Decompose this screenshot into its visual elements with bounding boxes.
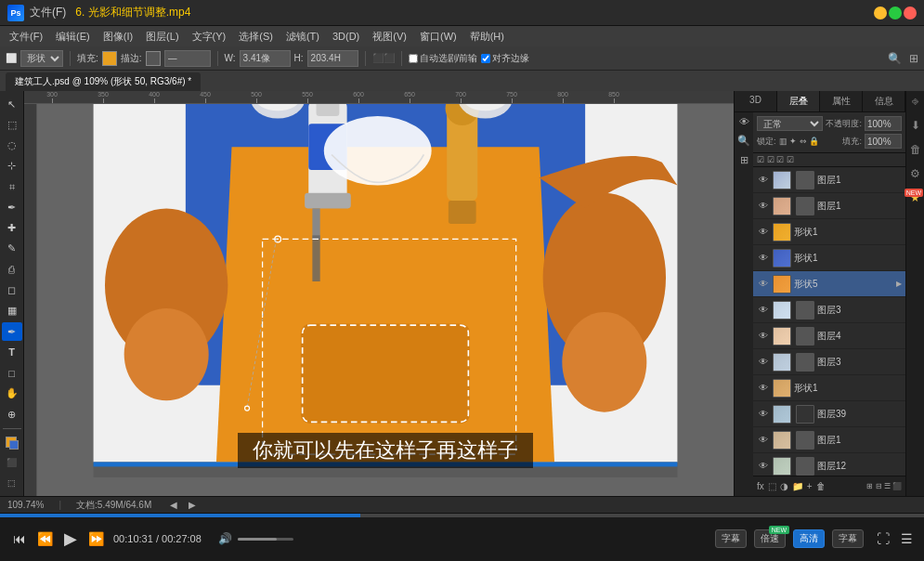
far-right-delete-icon[interactable]: 🗑 <box>910 143 921 156</box>
blend-mode-select[interactable]: 正常 溶解 <box>757 116 823 131</box>
layer-item-5[interactable]: 👁 图层3 <box>753 297 905 323</box>
color-swatch[interactable] <box>3 434 21 450</box>
tools-btn[interactable]: ⊞ <box>909 52 918 65</box>
menu-text[interactable]: 文字(Y) <box>187 28 232 46</box>
tool-zoom[interactable]: ⊕ <box>2 405 22 424</box>
layer-item-1[interactable]: 👁 图层1 <box>753 193 905 219</box>
minimize-button[interactable] <box>874 7 887 20</box>
layer-eye-8[interactable]: 👁 <box>757 383 770 393</box>
align-edges-label[interactable]: 对齐边缘 <box>481 52 529 65</box>
layer-folder-btn[interactable]: 📁 <box>792 481 803 491</box>
vc-menu-btn[interactable]: ☰ <box>901 531 913 546</box>
vc-fullscreen-btn[interactable]: ⛶ <box>877 531 890 546</box>
layer-item-10[interactable]: 👁 图层1 <box>753 427 905 453</box>
status-nav-prev[interactable]: ◀ <box>170 500 177 510</box>
maximize-button[interactable] <box>889 7 902 20</box>
vc-skip-start-btn[interactable]: ⏮ <box>11 529 28 548</box>
video-progress-bar[interactable] <box>0 514 924 517</box>
vc-speed-btn[interactable]: 倍速 NEW <box>754 529 786 548</box>
tool-spot-heal[interactable]: ✚ <box>2 219 22 238</box>
layer-delete-btn[interactable]: 🗑 <box>816 481 826 491</box>
tool-hand[interactable]: ✋ <box>2 385 22 403</box>
vc-play-btn[interactable]: ▶ <box>62 527 79 551</box>
tool-text[interactable]: T <box>2 343 22 361</box>
layer-item-11[interactable]: 👁 图层12 <box>753 453 905 476</box>
shape-select[interactable]: 形状 <box>20 50 63 67</box>
rp-icon-search[interactable]: 🔍 <box>737 135 750 147</box>
tool-magic-wand[interactable]: ⊹ <box>2 157 22 176</box>
stroke-color[interactable] <box>146 51 161 66</box>
auto-select-label[interactable]: 自动选剧/前输 <box>409 52 478 65</box>
tool-lasso[interactable]: ◌ <box>2 137 22 155</box>
tool-shape[interactable]: □ <box>2 363 22 382</box>
menu-help[interactable]: 帮助(H) <box>464 28 510 46</box>
menu-layer[interactable]: 图层(L) <box>140 28 184 46</box>
tab-properties[interactable]: 属性 <box>820 91 863 111</box>
align-icon[interactable]: ⬛⬛ <box>372 53 395 63</box>
rp-icon-filter[interactable]: ⊞ <box>740 154 748 166</box>
status-nav-next[interactable]: ▶ <box>189 500 196 510</box>
tool-extra2[interactable]: ⬚ <box>2 474 22 492</box>
tool-crop[interactable]: ⌗ <box>2 177 22 196</box>
close-button[interactable] <box>904 7 917 20</box>
tool-gradient[interactable]: ▦ <box>2 302 22 320</box>
vc-volume-icon[interactable]: 🔊 <box>216 530 234 547</box>
auto-select-checkbox[interactable] <box>409 54 418 63</box>
tool-pen[interactable]: ✒ <box>2 322 22 341</box>
tool-move[interactable]: ↖ <box>2 95 22 113</box>
far-right-share-icon[interactable]: ⎆ <box>912 95 918 108</box>
menu-filter[interactable]: 滤镜(T) <box>280 28 325 46</box>
tool-marquee[interactable]: ⬚ <box>2 115 22 134</box>
vc-next-btn[interactable]: ⏩ <box>86 529 106 548</box>
layer-mask-btn[interactable]: ⬚ <box>768 481 776 491</box>
height-input[interactable] <box>307 50 358 67</box>
stroke-width-input[interactable] <box>164 50 211 67</box>
layer-item-6[interactable]: 👁 图层4 <box>753 323 905 349</box>
menu-file[interactable]: 文件(F) <box>4 28 48 46</box>
active-tab[interactable]: 建筑工人.psd @ 109% (形状 50, RG3/6#) * <box>6 72 201 91</box>
layer-item-3[interactable]: 👁 形状1 <box>753 245 905 271</box>
tab-info[interactable]: 信息 <box>863 91 905 111</box>
align-edges-checkbox[interactable] <box>481 54 490 63</box>
layer-item-9[interactable]: 👁 图层39 <box>753 401 905 427</box>
vc-prev-btn[interactable]: ⏪ <box>35 529 55 548</box>
menu-view[interactable]: 视图(V) <box>367 28 412 46</box>
layer-adjust-btn[interactable]: ◑ <box>780 481 788 491</box>
layer-item-7[interactable]: 👁 图层3 <box>753 349 905 375</box>
far-right-settings-icon[interactable]: ⚙ <box>910 167 920 180</box>
search-btn[interactable]: 🔍 <box>888 52 902 65</box>
width-input[interactable] <box>240 50 291 67</box>
layer-item-8[interactable]: 👁 形状1 <box>753 375 905 401</box>
tab-3d[interactable]: 3D <box>735 91 777 111</box>
layer-eye-10[interactable]: 👁 <box>757 435 770 445</box>
fill-color[interactable] <box>102 51 117 66</box>
tool-brush[interactable]: ✎ <box>2 240 22 258</box>
vc-captions-btn[interactable]: 字幕 <box>832 529 864 548</box>
tool-eraser[interactable]: ◻ <box>2 280 22 299</box>
layer-eye-5[interactable]: 👁 <box>757 305 770 315</box>
menu-image[interactable]: 图像(I) <box>98 28 138 46</box>
tool-clone[interactable]: ⎙ <box>2 260 22 279</box>
rp-icon-eye[interactable]: 👁 <box>739 116 749 127</box>
tab-layers[interactable]: 层叠 <box>777 91 820 111</box>
menu-select[interactable]: 选择(S) <box>233 28 279 46</box>
tool-extra1[interactable]: ⬛ <box>2 453 22 472</box>
menu-edit[interactable]: 编辑(E) <box>50 28 96 46</box>
layer-eye-6[interactable]: 👁 <box>757 331 770 341</box>
vc-volume-slider[interactable] <box>238 538 293 541</box>
tool-eyedropper[interactable]: ✒ <box>2 198 22 216</box>
opacity-input[interactable] <box>865 116 902 131</box>
layer-eye-1[interactable]: 👁 <box>757 201 770 211</box>
far-right-download-icon[interactable]: ⬇ <box>911 119 920 132</box>
layer-eye-11[interactable]: 👁 <box>757 461 770 471</box>
layer-eye-2[interactable]: 👁 <box>757 227 770 237</box>
layer-item-2[interactable]: 👁 形状1 <box>753 219 905 245</box>
layer-eye-7[interactable]: 👁 <box>757 357 770 367</box>
layer-eye-9[interactable]: 👁 <box>757 409 770 419</box>
layer-item-0[interactable]: 👁 图层1 <box>753 167 905 193</box>
layer-new-btn[interactable]: + <box>807 481 813 491</box>
layer-item-4[interactable]: 👁 形状5 ▶ <box>753 271 905 297</box>
layer-eye-4[interactable]: 👁 <box>757 279 770 289</box>
vc-quality-btn[interactable]: 高清 <box>793 529 825 548</box>
layer-eye-0[interactable]: 👁 <box>757 175 770 185</box>
